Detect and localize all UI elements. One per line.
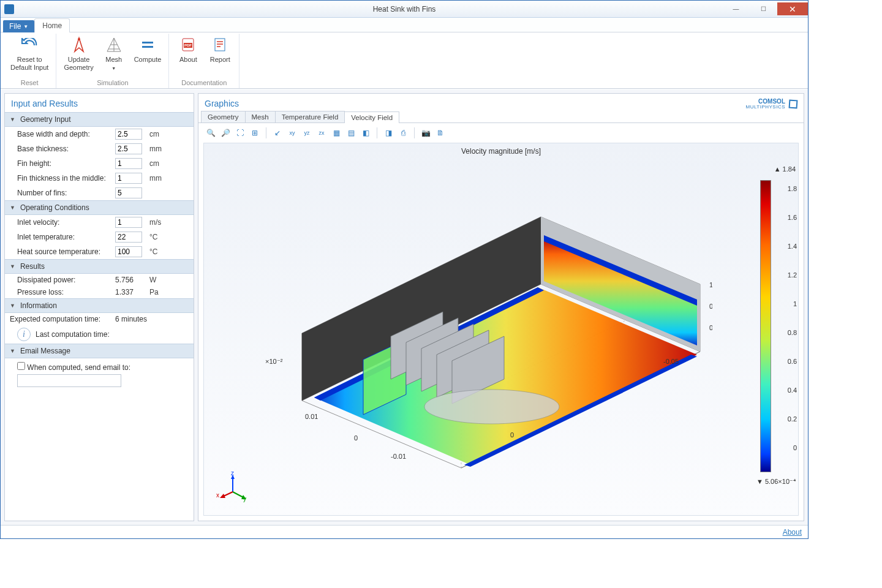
inlet-velocity-input[interactable]	[115, 217, 142, 228]
value-label: 5.756	[115, 276, 142, 284]
num-fins-input[interactable]	[115, 187, 142, 198]
zoom-out-icon[interactable]: 🔎	[219, 127, 232, 139]
field-label: Inlet velocity:	[17, 218, 115, 227]
reset-default-button[interactable]: Reset to Default Input	[7, 34, 52, 78]
send-email-checkbox[interactable]	[17, 362, 25, 370]
colorbar-tick: 1.4	[788, 243, 797, 250]
wireframe-icon[interactable]: ▤	[345, 127, 357, 139]
section-results[interactable]: ▼Results	[5, 259, 194, 274]
unit-label: W	[149, 276, 168, 284]
left-panel-title: Input and Results	[5, 94, 194, 112]
view-default-icon[interactable]: ↙	[271, 127, 284, 139]
tab-geometry[interactable]: Geometry	[201, 111, 246, 123]
colorbar-max: ▲ 1.84	[774, 165, 796, 173]
export-icon[interactable]: 🗎	[434, 127, 447, 139]
svg-rect-1	[142, 42, 153, 43]
value-label: 6 minutes	[115, 315, 147, 323]
about-link[interactable]: About	[783, 528, 802, 537]
info-icon[interactable]: i	[17, 328, 31, 341]
row-num-fins: Number of fins:	[5, 186, 194, 200]
compute-button[interactable]: Compute	[130, 34, 165, 78]
svg-text:0.5: 0.5	[709, 303, 712, 310]
tab-mesh[interactable]: Mesh	[245, 111, 276, 123]
tab-velocity-field[interactable]: Velocity Field	[344, 111, 399, 123]
maximize-button[interactable]: ☐	[750, 2, 777, 15]
base-width-input[interactable]	[115, 129, 142, 140]
svg-text:1: 1	[709, 281, 712, 288]
view-xy-icon[interactable]: xy	[286, 127, 298, 139]
field-label: Fin thickness in the middle:	[17, 174, 115, 183]
print-icon[interactable]: ⎙	[397, 127, 409, 139]
field-label: Dissipated power:	[17, 276, 115, 284]
view-yz-icon[interactable]: yz	[301, 127, 313, 139]
ribbon-group-documentation: PDF About Report Documentation	[169, 34, 239, 88]
row-last-time: i Last computation time:	[5, 325, 194, 344]
update-geom-label: Update Geometry	[64, 56, 93, 71]
section-information[interactable]: ▼Information	[5, 298, 194, 313]
undo-icon	[20, 35, 39, 55]
axis-z-label: z	[231, 470, 234, 477]
section-geometry-input[interactable]: ▼Geometry Input	[5, 112, 194, 127]
svg-text:-0.01: -0.01	[391, 453, 406, 460]
tab-temperature-field[interactable]: Temperature Field	[275, 111, 345, 123]
value-label: 1.337	[115, 288, 142, 296]
field-label: Fin height:	[17, 159, 115, 168]
unit-label: cm	[149, 159, 168, 168]
ribbon: Reset to Default Input Reset Update Geom…	[1, 32, 808, 89]
base-thickness-input[interactable]	[115, 143, 142, 154]
section-email[interactable]: ▼Email Message	[5, 344, 194, 358]
group-label-simulation: Simulation	[97, 78, 128, 88]
close-button[interactable]: ✕	[777, 2, 808, 15]
mesh-label: Mesh▼	[105, 56, 122, 71]
select-icon[interactable]: ◨	[382, 127, 394, 139]
mesh-button[interactable]: Mesh▼	[99, 34, 129, 78]
view-zx-icon[interactable]: zx	[315, 127, 328, 139]
colorbar	[760, 180, 771, 472]
row-pressure-loss: Pressure loss:1.337Pa	[5, 286, 194, 298]
about-label: About	[179, 56, 197, 64]
section-label: Geometry Input	[20, 115, 71, 124]
file-menu-button[interactable]: File ▼	[3, 20, 34, 32]
zoom-in-icon[interactable]: 🔍	[205, 127, 217, 139]
axis-y-label: y	[243, 496, 246, 502]
scene-light-icon[interactable]: ◧	[360, 127, 372, 139]
chevron-down-icon: ▼	[10, 348, 15, 354]
reset-label: Reset to Default Input	[10, 56, 48, 71]
equals-icon	[138, 35, 157, 55]
fin-thickness-input[interactable]	[115, 173, 142, 184]
chevron-down-icon: ▼	[10, 205, 15, 211]
chevron-down-icon: ▼	[10, 303, 15, 309]
transparency-icon[interactable]: ▦	[330, 127, 342, 139]
window-title: Heat Sink with Fins	[373, 5, 436, 13]
unit-label: mm	[149, 145, 168, 153]
about-button[interactable]: PDF About	[173, 34, 203, 78]
report-button[interactable]: Report	[205, 34, 235, 78]
brand-bottom: MULTIPHYSICS	[745, 105, 785, 110]
update-geometry-button[interactable]: Update Geometry	[60, 34, 97, 78]
section-label: Results	[20, 262, 45, 271]
section-operating-conditions[interactable]: ▼Operating Conditions	[5, 200, 194, 215]
plot-area[interactable]: Velocity magnitude [m/s]	[203, 143, 799, 516]
svg-point-0	[78, 38, 80, 40]
inlet-temperature-input[interactable]	[115, 232, 142, 243]
zoom-box-icon[interactable]: ⛶	[234, 127, 246, 139]
heat-source-temperature-input[interactable]	[115, 246, 142, 257]
field-label: Expected computation time:	[10, 315, 115, 323]
scene-3d: ×10⁻² 0.01 0 -0.01 0 -0.05 1 0.5 0	[247, 186, 712, 474]
tab-home[interactable]: Home	[34, 18, 70, 32]
field-label: Base thickness:	[17, 145, 115, 153]
svg-rect-6	[215, 39, 225, 51]
fin-height-input[interactable]	[115, 158, 142, 169]
zoom-extents-icon[interactable]: ⊞	[249, 127, 261, 139]
colorbar-min: ▼ 5.06×10⁻⁴	[756, 478, 796, 486]
row-expected-time: Expected computation time:6 minutes	[5, 313, 194, 325]
snapshot-icon[interactable]: 📷	[420, 127, 432, 139]
axis-triad: z y x	[219, 473, 243, 498]
colorbar-tick: 1.2	[788, 271, 797, 279]
chevron-down-icon: ▼	[23, 24, 28, 29]
field-label: Heat source temperature:	[17, 247, 115, 256]
minimize-button[interactable]: —	[722, 2, 750, 15]
colorbar-tick: 0	[793, 444, 797, 451]
plot-title: Velocity magnitude [m/s]	[461, 147, 541, 156]
email-input[interactable]	[17, 374, 121, 387]
